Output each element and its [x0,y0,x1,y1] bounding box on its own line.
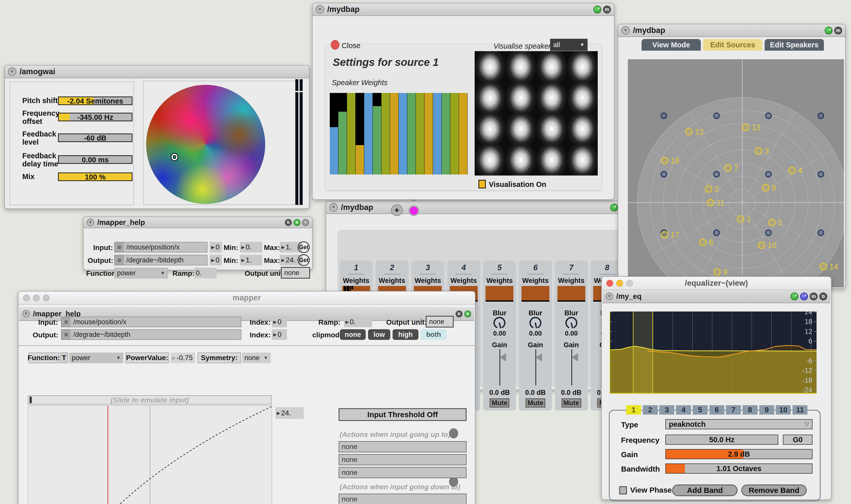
menu-icon[interactable]: ≡ [61,317,71,327]
input-emulate-slider[interactable]: (Slide to emulate input) [28,395,272,404]
source-dot[interactable] [758,242,765,249]
weights-display[interactable] [486,286,513,302]
speaker-weight-bar[interactable] [399,93,407,175]
menu-icon[interactable]: ≡ [61,330,71,339]
param-value-slider[interactable]: -345.00 Hz [58,113,132,121]
input-address-field[interactable]: ≡/mouse/position/x [61,317,241,327]
source-dot[interactable] [737,216,744,222]
type-dropdown[interactable]: peaknotch▽ [665,419,813,429]
param-value-slider[interactable]: -60 dB [58,133,132,142]
output-address-field[interactable]: ≡/degrade~/bitdepth [114,255,207,266]
disclosure-icon[interactable]: ▼ [22,310,30,318]
view-phase-checkbox[interactable] [619,486,627,494]
band-tab-1[interactable]: 1 [626,405,641,415]
ramp-numbox[interactable]: ▶0. [344,317,372,327]
action-up-field[interactable]: none [339,467,467,478]
disclosure-icon[interactable]: ▼ [315,5,324,14]
weights-display[interactable] [558,286,585,302]
speaker-dot[interactable] [714,172,719,177]
speaker-dot[interactable] [766,230,771,236]
action-up-field[interactable]: none [339,441,467,452]
band-tab-9[interactable]: 9 [759,405,774,415]
a-icon[interactable]: a [464,310,471,317]
mute-button[interactable]: Mute [490,398,509,408]
output-value-numbox[interactable]: ▶24. [275,407,304,419]
visualise-speaker-dropdown[interactable]: all▼ [550,39,587,51]
mapper-small-titlebar[interactable]: ▼ /mapper_help ba+ [84,217,312,228]
output-min-numbox[interactable]: ▶1. [240,255,262,266]
mute-window-icon[interactable]: m [603,5,611,14]
a-icon[interactable]: a [293,219,301,226]
source-dot[interactable] [820,264,827,270]
tab-edit-sources[interactable]: Edit Sources [703,39,762,51]
patching-icon[interactable] [800,292,808,300]
output-get-button[interactable]: Get [297,254,310,266]
menu-icon[interactable]: ≡ [115,255,124,265]
source-dot[interactable] [755,148,762,154]
tab-edit-speakers[interactable]: Edit Speakers [765,39,824,51]
speaker-weight-bar[interactable] [364,93,373,175]
param-value-slider[interactable]: -2.04 Semitones [58,96,132,105]
action-down-field[interactable]: none [339,493,467,504]
disclosure-icon[interactable]: ▼ [87,219,94,226]
gain-slider[interactable]: 2.9 dB [665,449,813,459]
speaker-weight-bar[interactable] [433,93,441,175]
source-dot[interactable] [769,219,775,226]
amogwai-titlebar[interactable]: ▼ /amogwai [5,66,309,78]
source-dot[interactable] [789,167,795,174]
speaker-dot[interactable] [766,113,771,119]
presentation-icon[interactable] [791,292,798,300]
close-button[interactable]: Close [342,41,360,50]
close-dot-icon[interactable] [331,40,339,50]
blur-knob[interactable] [493,317,506,330]
speaker-weight-bar[interactable] [407,93,416,175]
radar-titlebar[interactable]: ▼ /mydbap m [618,24,845,37]
source-dot[interactable] [700,239,706,246]
speaker-weight-bar[interactable] [381,93,390,175]
color-wheel-cursor[interactable] [171,154,178,160]
eq-mac-titlebar[interactable]: /equalizer~(view) [602,277,831,290]
source-dot[interactable] [762,184,769,191]
speaker-dot[interactable] [714,230,719,236]
input-address-field[interactable]: ≡/mouse/position/x [114,242,207,252]
disclosure-icon[interactable]: ▼ [621,26,630,35]
settings-titlebar[interactable]: ▼ /mydbap m [312,3,614,16]
visualisation-checkbox[interactable] [478,180,486,188]
clipmode-both[interactable]: both [421,329,447,340]
menu-icon[interactable]: ≡ [115,242,124,252]
output-unit-field[interactable]: none [426,316,454,327]
mute-window-icon[interactable]: m [834,26,842,34]
function-dropdown[interactable]: power▼ [69,353,123,363]
ramp-numbox[interactable]: 0. [194,268,217,278]
band-tab-7[interactable]: 7 [726,405,741,415]
speaker-weight-bar[interactable] [356,145,364,175]
speaker-weight-bar[interactable] [330,127,338,175]
disclosure-icon[interactable]: ▼ [329,203,338,212]
speaker-weight-bar[interactable] [373,106,381,175]
clipmode-none[interactable]: none [340,329,366,340]
blur-knob[interactable] [529,317,542,330]
remove-band-button[interactable]: Remove Band [741,485,807,496]
source-dot[interactable] [661,232,668,238]
speaker-weight-bar[interactable] [424,93,433,175]
speaker-weight-bar[interactable] [442,93,450,175]
color-wheel[interactable] [146,85,265,204]
blur-knob[interactable] [565,317,578,330]
band-tab-11[interactable]: 11 [793,405,808,415]
mute-button[interactable]: Mute [526,398,545,408]
band-tab-5[interactable]: 5 [693,405,708,415]
band-tab-10[interactable]: 10 [776,405,791,415]
band-tab-6[interactable]: 6 [709,405,724,415]
clipmode-low[interactable]: low [368,329,390,340]
eq-selection-band[interactable] [633,311,653,394]
output-index-numbox[interactable]: ▶0 [210,255,222,266]
band-tab-3[interactable]: 3 [659,405,674,415]
color-swatch[interactable] [409,205,419,216]
source-dot[interactable] [742,124,749,131]
speaker-dot[interactable] [661,172,667,177]
input-index-numbox[interactable]: ▶0 [272,317,287,327]
source-dot[interactable] [714,269,720,275]
input-min-numbox[interactable]: ▶0. [240,242,262,252]
actions-up-indicator[interactable] [449,428,458,438]
input-get-button[interactable]: Get [297,241,310,253]
